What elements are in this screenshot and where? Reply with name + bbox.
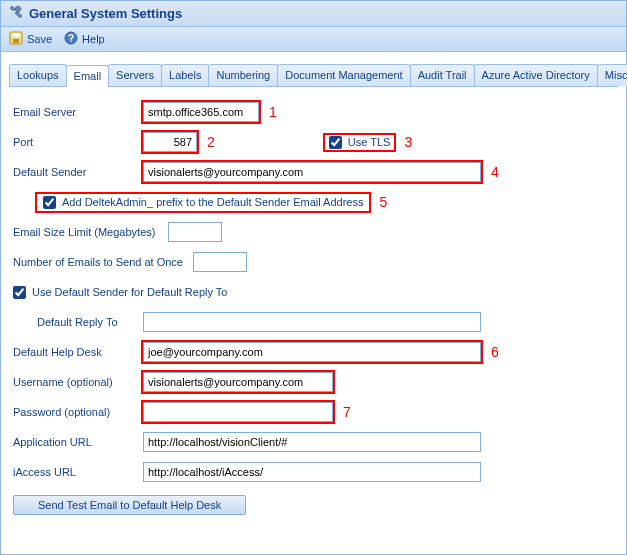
username-label: Username (optional) xyxy=(13,376,143,388)
body: Lookups Email Servers Labels Numbering D… xyxy=(1,52,626,554)
tab-email[interactable]: Email xyxy=(66,65,110,87)
username-input[interactable] xyxy=(143,372,333,392)
password-label: Password (optional) xyxy=(13,406,143,418)
default-help-desk-label: Default Help Desk xyxy=(13,346,143,358)
use-tls-checkbox[interactable] xyxy=(329,136,342,149)
tab-azure-ad[interactable]: Azure Active Directory xyxy=(474,64,598,86)
tab-doc-mgmt[interactable]: Document Management xyxy=(277,64,410,86)
num-emails-input[interactable] xyxy=(193,252,247,272)
email-server-input[interactable] xyxy=(143,102,259,122)
iaccess-url-label: iAccess URL xyxy=(13,466,143,478)
annotation-4: 4 xyxy=(491,164,499,180)
default-help-desk-input[interactable] xyxy=(143,342,481,362)
use-default-reply-checkbox[interactable] xyxy=(13,286,26,299)
add-prefix-group: Add DeltekAdmin_ prefix to the Default S… xyxy=(37,194,369,211)
annotation-1: 1 xyxy=(269,104,277,120)
toolbar: Save ? Help xyxy=(1,27,626,52)
port-input[interactable] xyxy=(143,132,197,152)
tab-audit[interactable]: Audit Trail xyxy=(410,64,475,86)
tab-labels[interactable]: Labels xyxy=(161,64,209,86)
svg-text:?: ? xyxy=(68,33,74,44)
svg-rect-1 xyxy=(12,33,20,37)
help-label: Help xyxy=(82,33,105,45)
save-label: Save xyxy=(27,33,52,45)
use-tls-label: Use TLS xyxy=(348,136,391,148)
use-tls-group: Use TLS xyxy=(325,135,395,150)
tab-numbering[interactable]: Numbering xyxy=(208,64,278,86)
iaccess-url-input[interactable] xyxy=(143,462,481,482)
annotation-6: 6 xyxy=(491,344,499,360)
default-sender-input[interactable] xyxy=(143,162,481,182)
help-icon: ? xyxy=(64,31,78,47)
tab-misc[interactable]: Miscellaneous xyxy=(597,64,627,86)
email-size-limit-input[interactable] xyxy=(168,222,222,242)
password-input[interactable] xyxy=(143,402,333,422)
svg-rect-2 xyxy=(13,39,19,43)
email-form: Email Server 1 Port 2 Use TLS 3 Default … xyxy=(9,97,618,519)
port-label: Port xyxy=(13,136,143,148)
default-reply-to-input[interactable] xyxy=(143,312,481,332)
use-default-reply-label: Use Default Sender for Default Reply To xyxy=(32,286,227,298)
default-sender-label: Default Sender xyxy=(13,166,143,178)
titlebar: General System Settings xyxy=(1,1,626,27)
email-size-limit-label: Email Size Limit (Megabytes) xyxy=(13,226,168,238)
annotation-5: 5 xyxy=(379,194,387,210)
window-title: General System Settings xyxy=(29,6,182,21)
tab-strip: Lookups Email Servers Labels Numbering D… xyxy=(9,64,618,87)
tab-lookups[interactable]: Lookups xyxy=(9,64,67,86)
settings-window: General System Settings Save ? Help Look… xyxy=(0,0,627,555)
annotation-7: 7 xyxy=(343,404,351,420)
annotation-2: 2 xyxy=(207,134,215,150)
default-reply-to-label: Default Reply To xyxy=(37,316,143,328)
num-emails-label: Number of Emails to Send at Once xyxy=(13,256,193,268)
add-prefix-checkbox[interactable] xyxy=(43,196,56,209)
app-url-input[interactable] xyxy=(143,432,481,452)
save-button[interactable]: Save xyxy=(9,31,52,47)
add-prefix-label: Add DeltekAdmin_ prefix to the Default S… xyxy=(62,196,363,208)
help-button[interactable]: ? Help xyxy=(64,31,105,47)
tab-servers[interactable]: Servers xyxy=(108,64,162,86)
save-icon xyxy=(9,31,23,47)
app-url-label: Application URL xyxy=(13,436,143,448)
tools-icon xyxy=(9,5,23,22)
send-test-email-button[interactable]: Send Test Email to Default Help Desk xyxy=(13,495,246,515)
annotation-3: 3 xyxy=(404,134,412,150)
email-server-label: Email Server xyxy=(13,106,143,118)
